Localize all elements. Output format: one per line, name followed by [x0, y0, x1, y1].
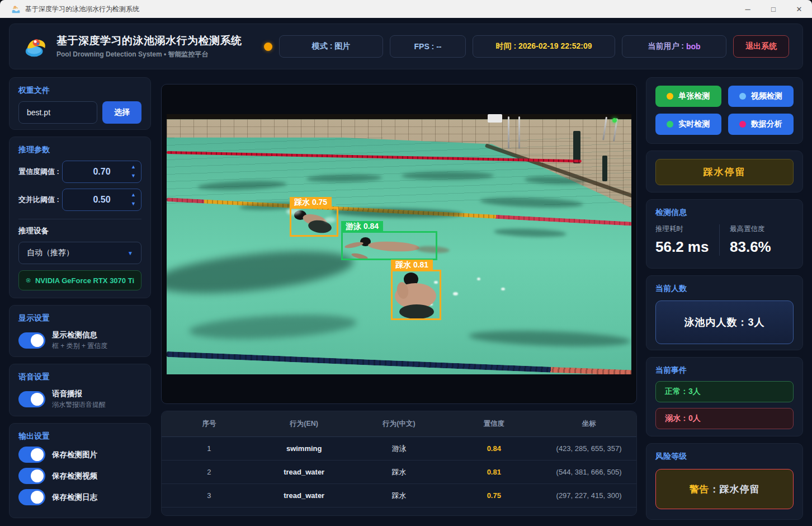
video-detect-button[interactable]: 视频检测 [728, 86, 794, 107]
cell-behavior-zh: 踩水 [352, 491, 447, 501]
single-detect-label: 单张检测 [678, 91, 710, 101]
data-analysis-button[interactable]: 数据分析 [728, 114, 794, 135]
display-settings-title: 显示设置 [18, 313, 141, 323]
save-log-row: 保存检测日志 [18, 489, 141, 505]
column-header: 行为(中文) [352, 419, 447, 429]
detections-table: 序号 行为(EN) 行为(中文) 置信度 坐标 1 swimming 游泳 0.… [161, 411, 637, 516]
app-icon [11, 4, 21, 14]
gpu-name: NVIDIA GeForce RTX 3070 Ti [35, 276, 134, 285]
people-count-box: 泳池内人数：3人 [655, 300, 794, 344]
device-label: 推理设备 [18, 226, 141, 236]
max-confidence-value: 83.6% [730, 238, 794, 256]
maximize-button[interactable]: □ [761, 0, 786, 18]
user-name: bob [686, 42, 701, 51]
status-dot-icon [739, 93, 746, 100]
cell-behavior-zh: 踩水 [352, 467, 447, 477]
right-sidebar: 单张检测 视频检测 实时检测 数据分析 [646, 77, 803, 520]
save-video-label: 保存检测视频 [52, 471, 97, 481]
voice-broadcast-toggle[interactable] [18, 391, 45, 407]
toggle-labels: 显示检测信息 框 + 类别 + 置信度 [52, 330, 107, 351]
spin-up-icon[interactable]: ▲ [131, 191, 136, 199]
cell-confidence: 0.81 [446, 468, 541, 476]
minimize-button[interactable]: ─ [735, 0, 761, 18]
pool-wall [167, 114, 631, 119]
page-subtitle: Pool Drowning Detection System • 智能监控平台 [56, 50, 242, 59]
status-banner-card: 踩水停留 [646, 151, 803, 192]
status-dot-icon [667, 121, 673, 128]
weights-file-input[interactable]: best.pt [18, 101, 97, 124]
titlebar: 基于深度学习的泳池溺水行为检测系统 ─ □ ✕ [0, 0, 812, 18]
confidence-arrows: ▲ ▼ [131, 163, 136, 180]
single-detect-button[interactable]: 单张检测 [655, 86, 721, 107]
realtime-detect-button[interactable]: 实时检测 [655, 114, 721, 135]
header: 基于深度学习的泳池溺水行为检测系统 Pool Drowning Detectio… [9, 24, 803, 69]
column-header: 置信度 [446, 419, 541, 429]
video-detect-label: 视频检测 [751, 91, 782, 101]
spin-down-icon[interactable]: ▼ [131, 200, 136, 208]
action-grid: 单张检测 视频检测 实时检测 数据分析 [655, 86, 794, 135]
inference-time-stat: 推理耗时 56.2 ms [655, 224, 719, 256]
inference-params-card: 推理参数 置信度阈值 : 0.70 ▲ ▼ 交并比阈值 : 0.50 [9, 137, 151, 298]
confidence-row: 置信度阈值 : 0.70 ▲ ▼ [18, 161, 141, 183]
device-selected-value: 自动（推荐） [27, 248, 74, 258]
choose-weights-button[interactable]: 选择 [102, 101, 141, 124]
cell-behavior-en: swimming [257, 444, 352, 453]
logout-button[interactable]: 退出系统 [733, 35, 789, 58]
table-row: 2 tread_water 踩水 0.81 (544, 381, 666, 50… [162, 461, 636, 484]
detection-actions-card: 单张检测 视频检测 实时检测 数据分析 [646, 77, 803, 144]
realtime-detect-label: 实时检测 [678, 119, 710, 129]
save-image-row: 保存检测图片 [18, 447, 141, 463]
normal-event-box: 正常：3人 [655, 381, 794, 402]
weights-card: 权重文件 best.pt 选择 [9, 77, 151, 130]
page-title: 基于深度学习的泳池溺水行为检测系统 [56, 34, 242, 48]
detection-box: 踩水 0.75 [290, 207, 338, 237]
app-logo-icon [23, 34, 49, 59]
display-toggle-row: 显示检测信息 框 + 类别 + 置信度 [18, 330, 141, 351]
save-log-toggle[interactable] [18, 489, 45, 505]
inference-time-value: 56.2 ms [655, 238, 719, 256]
spin-down-icon[interactable]: ▼ [131, 172, 136, 180]
risk-level-box: 警告 ：踩水停留 [655, 469, 794, 509]
pool-ladder [508, 116, 520, 149]
save-video-toggle[interactable] [18, 468, 45, 484]
cell-index: 1 [162, 444, 257, 453]
stats-row: 推理耗时 56.2 ms 最高置信度 83.6% [655, 224, 794, 256]
app-window: 基于深度学习的泳池溺水行为检测系统 ─ □ ✕ 基于深度学习的泳池溺水行为检测系… [0, 0, 812, 526]
inference-time-label: 推理耗时 [655, 224, 719, 234]
spin-up-icon[interactable]: ▲ [131, 163, 136, 171]
detection-viewport: 踩水 0.75 游泳 0.84 踩水 0.81 [161, 84, 637, 404]
show-detection-info-toggle[interactable] [18, 332, 45, 349]
output-settings-title: 输出设置 [18, 431, 141, 442]
iou-spinner[interactable]: 0.50 ▲ ▼ [62, 189, 141, 211]
detection-info-title: 检测信息 [655, 208, 794, 218]
divider [18, 219, 141, 219]
people-count-card: 当前人数 泳池内人数：3人 [646, 275, 803, 350]
risk-level-title: 风险等级 [655, 452, 794, 462]
header-status-group: 模式 : 图片 FPS : -- 时间 : 2026-02-19 22:52:0… [264, 35, 789, 58]
close-button[interactable]: ✕ [786, 0, 812, 18]
confidence-label: 置信度阈值 : [18, 167, 59, 177]
iou-arrows: ▲ ▼ [131, 191, 136, 208]
device-select[interactable]: 自动（推荐） ▼ [18, 242, 141, 264]
current-events-title: 当前事件 [655, 365, 794, 375]
save-image-toggle[interactable] [18, 447, 45, 463]
window-title: 基于深度学习的泳池溺水行为检测系统 [25, 4, 139, 14]
cell-confidence: 0.75 [446, 491, 541, 500]
cell-behavior-en: tread_water [257, 491, 352, 500]
user-pill: 当前用户 : bob [622, 35, 726, 58]
pool-photo: 踩水 0.75 游泳 0.84 踩水 0.81 [167, 114, 631, 374]
iou-row: 交并比阈值 : 0.50 ▲ ▼ [18, 189, 141, 211]
display-settings-card: 显示设置 显示检测信息 框 + 类别 + 置信度 [9, 305, 151, 357]
cell-coords: (423, 285, 655, 357) [541, 444, 636, 453]
pool-stool [488, 114, 502, 123]
display-toggle-label: 显示检测信息 [52, 330, 107, 340]
save-image-label: 保存检测图片 [52, 450, 97, 460]
data-analysis-label: 数据分析 [751, 119, 782, 129]
confidence-spinner[interactable]: 0.70 ▲ ▼ [62, 161, 141, 183]
cell-behavior-en: tread_water [257, 468, 352, 476]
indicator-light [612, 118, 617, 123]
risk-level-detail: ：踩水停留 [710, 483, 760, 496]
cell-confidence: 0.84 [446, 444, 541, 453]
drowning-event-box: 溺水：0人 [655, 408, 794, 429]
save-video-row: 保存检测视频 [18, 468, 141, 484]
